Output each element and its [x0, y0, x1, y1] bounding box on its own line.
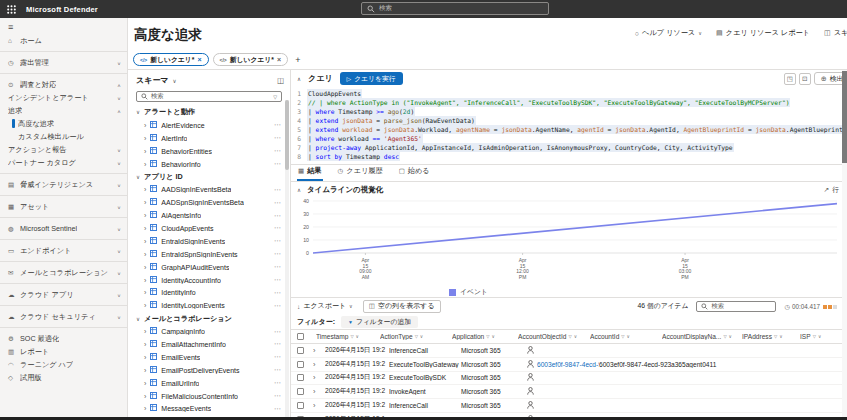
schema-table-emailevents[interactable]: ›EmailEvents⋯ [128, 351, 290, 364]
chevron-up-icon[interactable]: ∧ [297, 187, 301, 193]
schema-table-behaviorinfo[interactable]: ›BehaviorInfo⋯ [128, 158, 290, 171]
schema-table-emailpostdeliveryevents[interactable]: ›EmailPostDeliveryEvents⋯ [128, 364, 290, 377]
save-icon[interactable]: ⊡ [799, 73, 811, 85]
more-options-icon[interactable]: ⋯ [274, 302, 282, 310]
chevron-right-icon[interactable]: › [313, 373, 316, 382]
nav-item-trials[interactable]: ◇試用版 [0, 371, 127, 384]
chevron-right-icon[interactable]: › [144, 289, 146, 296]
more-options-icon[interactable]: ⋯ [274, 276, 282, 284]
tab-結果[interactable]: ▦結果 [297, 166, 323, 181]
more-options-icon[interactable]: ⋯ [274, 250, 282, 258]
nav-item-actions-reports[interactable]: アクションと報告∨ [0, 143, 127, 156]
row-checkbox[interactable] [297, 374, 304, 381]
results-search-input[interactable]: 検索 [696, 301, 776, 312]
chevron-right-icon[interactable]: › [144, 135, 146, 142]
query-performance-indicator[interactable]: ◷ 00:04.417 [784, 303, 837, 310]
chevron-right-icon[interactable]: › [144, 380, 146, 387]
schema-group[interactable]: ∨メールとコラボレーション [128, 312, 290, 325]
more-options-icon[interactable]: ⋯ [274, 160, 282, 168]
chevron-right-icon[interactable]: › [144, 341, 146, 348]
chevron-right-icon[interactable]: › [144, 161, 146, 168]
row-checkbox[interactable] [297, 388, 304, 395]
add-query-tab-button[interactable]: + [292, 55, 303, 65]
nav-item-reports[interactable]: ▥レポート [0, 345, 127, 358]
global-search-input[interactable]: 検索 [361, 2, 549, 15]
chevron-right-icon[interactable]: › [144, 238, 146, 245]
schema-table-aiagentsinfo[interactable]: ›AiAgentsInfo⋯ [128, 209, 290, 222]
more-options-icon[interactable]: ⋯ [274, 405, 282, 413]
nav-item-exposure-management[interactable]: ◷露出管理∨ [0, 56, 127, 69]
schema-table-alertevidence[interactable]: ›AlertEvidence⋯ [128, 119, 290, 132]
more-options-icon[interactable]: ⋯ [274, 340, 282, 348]
more-options-icon[interactable]: ⋯ [274, 212, 282, 220]
nav-item-cloud-apps[interactable]: ☁クラウド アプリ∨ [0, 288, 127, 301]
more-options-icon[interactable]: ⋯ [274, 379, 282, 387]
export-button[interactable]: ↓ エクスポート ∨ [297, 301, 353, 311]
column-header-account_display_name[interactable]: AccountDisplayNa...▽∨ [662, 333, 742, 340]
schema-table-messageevents[interactable]: ›MessageEvents⋯ [128, 402, 290, 415]
more-options-icon[interactable]: ⋯ [274, 289, 282, 297]
chevron-right-icon[interactable]: › [144, 354, 146, 361]
tab-始める[interactable]: ▢始める [398, 166, 431, 181]
chevron-down-icon[interactable]: ∨ [356, 334, 359, 339]
row-checkbox[interactable] [297, 347, 304, 354]
column-header-account_object_id[interactable]: AccountObjectId▽∨ [518, 333, 590, 340]
chevron-down-icon[interactable]: ∨ [574, 334, 577, 339]
chevron-down-icon[interactable]: ∨ [818, 334, 821, 339]
schema-table-behaviorentities[interactable]: ›BehaviorEntities⋯ [128, 145, 290, 158]
nav-item-hunting[interactable]: 追求∧ [0, 104, 127, 117]
schema-table-emailattachmentinfo[interactable]: ›EmailAttachmentInfo⋯ [128, 338, 290, 351]
chevron-right-icon[interactable]: › [144, 277, 146, 284]
chevron-right-icon[interactable]: › [144, 393, 146, 400]
schema-table-alertinfo[interactable]: ›AlertInfo⋯ [128, 132, 290, 145]
app-launcher-waffle-icon[interactable] [0, 0, 22, 18]
schema-table-identityinfo[interactable]: ›IdentityInfo⋯ [128, 286, 290, 299]
chart-row-view-toggle[interactable]: ↗ 行 [824, 185, 840, 195]
chevron-right-icon[interactable]: › [144, 405, 146, 412]
filter-funnel-icon[interactable]: ▽ [273, 94, 277, 100]
copy-link-icon[interactable]: ◳ [784, 73, 796, 85]
nav-item-assets[interactable]: ▦アセット∨ [0, 200, 127, 213]
chevron-right-icon[interactable]: › [313, 346, 316, 355]
schema-table-entraidsigninevents[interactable]: ›EntraIdSignInEvents⋯ [128, 235, 290, 248]
close-icon[interactable]: × [197, 56, 201, 63]
nav-item-home[interactable]: ⌂ホーム [0, 34, 127, 47]
nav-item-endpoints[interactable]: ▭エンドポイント∨ [0, 244, 127, 257]
schema-group[interactable]: ∨アプリと ID [128, 170, 290, 183]
more-options-icon[interactable]: ⋯ [274, 353, 282, 361]
query-tab-1[interactable]: </>新しいクエリ*× [133, 53, 209, 66]
nav-item-threat-intelligence[interactable]: ▤脅威インテリジェンス∨ [0, 178, 127, 191]
filter-funnel-icon[interactable]: ▽ [568, 334, 571, 339]
column-header-application[interactable]: Application▽∨ [452, 333, 518, 340]
nav-item-soc-optimization[interactable]: ⚙SOC 最適化 [0, 332, 127, 345]
row-checkbox[interactable] [297, 361, 304, 368]
chevron-right-icon[interactable]: › [144, 328, 146, 335]
filter-funnel-icon[interactable]: ▽ [621, 334, 624, 339]
more-options-icon[interactable]: ⋯ [274, 237, 282, 245]
column-header-timestamp[interactable]: Timestamp▽∨ [316, 333, 380, 340]
more-options-icon[interactable]: ⋯ [274, 366, 282, 374]
row-checkbox[interactable] [297, 402, 304, 409]
column-header-account_id[interactable]: AccountId▽∨ [590, 333, 662, 340]
schema-scrollbar[interactable] [285, 100, 289, 417]
table-row[interactable]: ›2026年4月15日 19:2InferenceCallMicrosoft 3… [291, 344, 847, 358]
chevron-down-icon[interactable]: ∨ [173, 78, 177, 84]
more-options-icon[interactable]: ⋯ [274, 147, 282, 155]
chevron-right-icon[interactable]: › [144, 199, 146, 206]
nav-item-investigation-response[interactable]: ⊙調査と対応∧ [0, 78, 127, 91]
schema-group[interactable]: ∨アラートと動作 [128, 106, 290, 119]
add-filter-button[interactable]: ▼ フィルターの追加 [341, 316, 418, 328]
chevron-right-icon[interactable]: › [144, 225, 146, 232]
chevron-right-icon[interactable]: › [313, 360, 316, 369]
chevron-right-icon[interactable]: › [144, 148, 146, 155]
account-object-id-link[interactable]: 6003ef0f-9847-4ecd-92 [537, 361, 599, 368]
schema-table-entraidspnsigninevents[interactable]: ›EntraIdSpnSignInEvents⋯ [128, 248, 290, 261]
chevron-right-icon[interactable]: › [144, 302, 146, 309]
nav-item-microsoft-sentinel[interactable]: ◍Microsoft Sentinel∨ [0, 222, 127, 235]
nav-item-incidents-alerts[interactable]: インシデントとアラート∨ [0, 91, 127, 104]
collapse-panel-icon[interactable]: ◫ [277, 76, 284, 85]
chevron-right-icon[interactable]: › [313, 401, 316, 410]
more-options-icon[interactable]: ⋯ [274, 134, 282, 142]
nav-item-advanced-hunting[interactable]: 高度な追求 [0, 117, 127, 130]
column-header-ip_address[interactable]: IPAddress▽∨ [742, 333, 800, 340]
